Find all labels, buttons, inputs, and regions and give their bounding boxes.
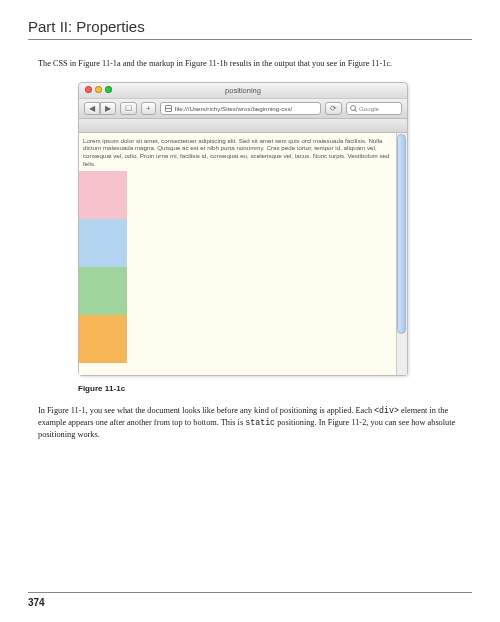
- page-icon: [165, 105, 172, 112]
- browser-titlebar: positioning: [79, 83, 407, 99]
- url-bar[interactable]: file:///Users/richy/Sites/wrox/beginning…: [160, 102, 321, 115]
- search-placeholder: Google: [359, 105, 379, 112]
- search-icon: [350, 105, 356, 111]
- minimize-icon[interactable]: [95, 86, 102, 93]
- browser-toolbar: ◀ ▶ ☐ + file:///Users/richy/Sites/wrox/b…: [79, 99, 407, 119]
- add-button[interactable]: +: [141, 102, 156, 115]
- intro-paragraph: The CSS in Figure 11-1a and the markup i…: [38, 58, 472, 70]
- search-bar[interactable]: Google: [346, 102, 402, 115]
- code-static: static: [245, 418, 275, 427]
- back-button[interactable]: ◀: [84, 102, 100, 115]
- block-orange: [79, 315, 127, 363]
- window-title: positioning: [225, 86, 261, 95]
- traffic-lights: [85, 86, 112, 93]
- figure-11-1c: positioning ◀ ▶ ☐ + file:///Users/richy/…: [78, 82, 472, 376]
- scrollbar-track[interactable]: [396, 133, 407, 375]
- bookmark-button[interactable]: ☐: [120, 102, 137, 115]
- url-text: file:///Users/richy/Sites/wrox/beginning…: [175, 105, 293, 112]
- figure-caption: Figure 11-1c: [78, 384, 472, 393]
- nav-buttons: ◀ ▶: [84, 102, 116, 115]
- close-icon[interactable]: [85, 86, 92, 93]
- reload-button[interactable]: ⟳: [325, 102, 342, 115]
- block-pink: [79, 171, 127, 219]
- para-frag-1: In Figure 11-1, you see what the documen…: [38, 406, 374, 415]
- block-blue: [79, 219, 127, 267]
- body-paragraph: In Figure 11-1, you see what the documen…: [38, 405, 472, 442]
- code-div: <div>: [374, 406, 399, 415]
- scrollbar-thumb[interactable]: [397, 134, 406, 334]
- zoom-icon[interactable]: [105, 86, 112, 93]
- page-footer: 374: [28, 592, 472, 608]
- block-green: [79, 267, 127, 315]
- browser-window: positioning ◀ ▶ ☐ + file:///Users/richy/…: [78, 82, 408, 376]
- page-number: 374: [28, 597, 45, 608]
- bookmark-bar: [79, 119, 407, 133]
- browser-viewport: Lorem ipsum dolor sit amet, consectetuer…: [79, 133, 407, 375]
- forward-button[interactable]: ▶: [100, 102, 116, 115]
- part-title: Part II: Properties: [28, 18, 472, 40]
- lorem-text: Lorem ipsum dolor sit amet, consectetuer…: [79, 133, 396, 171]
